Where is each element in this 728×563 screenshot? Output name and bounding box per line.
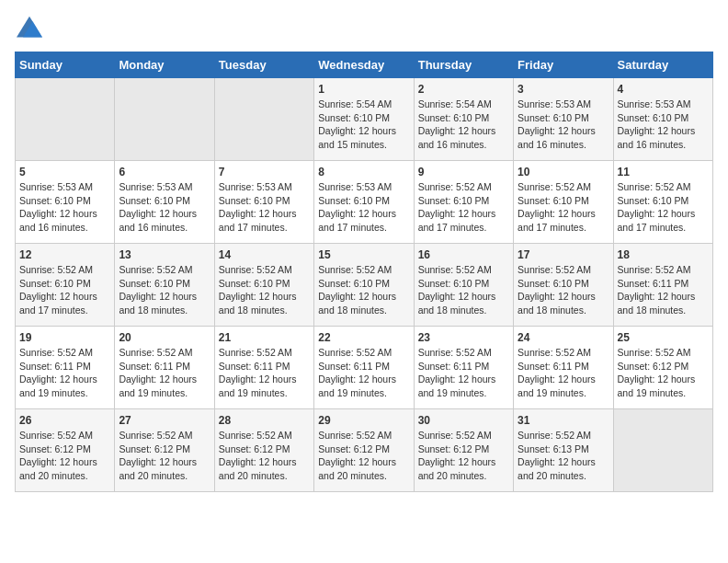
cell-content: Sunrise: 5:52 AMSunset: 6:11 PMDaylight:… (418, 347, 496, 398)
day-number: 20 (119, 331, 210, 344)
calendar-table: SundayMondayTuesdayWednesdayThursdayFrid… (15, 52, 713, 492)
calendar-cell (214, 78, 313, 161)
cell-content: Sunrise: 5:52 AMSunset: 6:11 PMDaylight:… (219, 347, 297, 398)
cell-content: Sunrise: 5:52 AMSunset: 6:10 PMDaylight:… (418, 181, 496, 233)
day-number: 7 (219, 166, 310, 178)
day-number: 6 (119, 166, 210, 178)
cell-content: Sunrise: 5:52 AMSunset: 6:12 PMDaylight:… (318, 430, 396, 481)
cell-content: Sunrise: 5:52 AMSunset: 6:11 PMDaylight:… (19, 347, 97, 398)
logo (15, 15, 48, 40)
weekday-header-sunday: Sunday (16, 52, 115, 78)
calendar-cell: 16Sunrise: 5:52 AMSunset: 6:10 PMDayligh… (414, 244, 513, 327)
weekday-header-wednesday: Wednesday (314, 52, 414, 78)
day-number: 22 (318, 331, 409, 344)
day-number: 15 (318, 248, 409, 261)
day-number: 18 (618, 248, 709, 261)
calendar-cell: 11Sunrise: 5:52 AMSunset: 6:10 PMDayligh… (613, 161, 712, 244)
cell-content: Sunrise: 5:53 AMSunset: 6:10 PMDaylight:… (219, 181, 297, 233)
cell-content: Sunrise: 5:52 AMSunset: 6:13 PMDaylight:… (518, 430, 596, 481)
calendar-cell (115, 78, 214, 161)
cell-content: Sunrise: 5:53 AMSunset: 6:10 PMDaylight:… (119, 181, 197, 233)
calendar-cell: 20Sunrise: 5:52 AMSunset: 6:11 PMDayligh… (115, 327, 214, 409)
day-number: 25 (618, 331, 709, 344)
calendar-cell (16, 78, 115, 161)
cell-content: Sunrise: 5:52 AMSunset: 6:12 PMDaylight:… (119, 430, 197, 481)
calendar-cell (613, 409, 712, 492)
day-number: 21 (219, 331, 310, 344)
calendar-cell: 10Sunrise: 5:52 AMSunset: 6:10 PMDayligh… (514, 161, 613, 244)
weekday-header-friday: Friday (514, 52, 613, 78)
weekday-header-monday: Monday (115, 52, 214, 78)
day-number: 17 (518, 248, 609, 261)
day-number: 16 (418, 248, 509, 261)
calendar-cell: 18Sunrise: 5:52 AMSunset: 6:11 PMDayligh… (613, 244, 712, 327)
day-number: 2 (418, 83, 509, 96)
calendar-cell: 1Sunrise: 5:54 AMSunset: 6:10 PMDaylight… (314, 78, 414, 161)
cell-content: Sunrise: 5:52 AMSunset: 6:11 PMDaylight:… (318, 347, 396, 398)
logo-icon (15, 15, 44, 40)
calendar-cell: 22Sunrise: 5:52 AMSunset: 6:11 PMDayligh… (314, 327, 414, 409)
day-number: 3 (518, 83, 609, 96)
day-number: 29 (318, 414, 409, 427)
cell-content: Sunrise: 5:52 AMSunset: 6:10 PMDaylight:… (418, 264, 496, 316)
calendar-cell: 30Sunrise: 5:52 AMSunset: 6:12 PMDayligh… (414, 409, 513, 492)
day-number: 10 (518, 166, 609, 178)
calendar-cell: 31Sunrise: 5:52 AMSunset: 6:13 PMDayligh… (514, 409, 613, 492)
calendar-cell: 13Sunrise: 5:52 AMSunset: 6:10 PMDayligh… (115, 244, 214, 327)
cell-content: Sunrise: 5:52 AMSunset: 6:11 PMDaylight:… (119, 347, 197, 398)
calendar-cell: 21Sunrise: 5:52 AMSunset: 6:11 PMDayligh… (214, 327, 313, 409)
calendar-cell: 6Sunrise: 5:53 AMSunset: 6:10 PMDaylight… (115, 161, 214, 244)
calendar-cell: 27Sunrise: 5:52 AMSunset: 6:12 PMDayligh… (115, 409, 214, 492)
cell-content: Sunrise: 5:52 AMSunset: 6:10 PMDaylight:… (518, 264, 596, 316)
cell-content: Sunrise: 5:54 AMSunset: 6:10 PMDaylight:… (318, 98, 396, 150)
cell-content: Sunrise: 5:52 AMSunset: 6:11 PMDaylight:… (618, 264, 696, 316)
day-number: 30 (418, 414, 509, 427)
day-number: 14 (219, 248, 310, 261)
day-number: 11 (618, 166, 709, 178)
day-number: 26 (19, 414, 110, 427)
cell-content: Sunrise: 5:52 AMSunset: 6:12 PMDaylight:… (219, 430, 297, 481)
day-number: 27 (119, 414, 210, 427)
page-header (15, 15, 713, 40)
calendar-cell: 28Sunrise: 5:52 AMSunset: 6:12 PMDayligh… (214, 409, 313, 492)
calendar-cell: 23Sunrise: 5:52 AMSunset: 6:11 PMDayligh… (414, 327, 513, 409)
calendar-cell: 26Sunrise: 5:52 AMSunset: 6:12 PMDayligh… (16, 409, 115, 492)
calendar-cell: 8Sunrise: 5:53 AMSunset: 6:10 PMDaylight… (314, 161, 414, 244)
cell-content: Sunrise: 5:54 AMSunset: 6:10 PMDaylight:… (418, 98, 496, 150)
calendar-cell: 17Sunrise: 5:52 AMSunset: 6:10 PMDayligh… (514, 244, 613, 327)
day-number: 19 (19, 331, 110, 344)
cell-content: Sunrise: 5:52 AMSunset: 6:12 PMDaylight:… (418, 430, 496, 481)
calendar-cell: 14Sunrise: 5:52 AMSunset: 6:10 PMDayligh… (214, 244, 313, 327)
cell-content: Sunrise: 5:52 AMSunset: 6:10 PMDaylight:… (19, 264, 97, 316)
cell-content: Sunrise: 5:52 AMSunset: 6:10 PMDaylight:… (518, 181, 596, 233)
cell-content: Sunrise: 5:52 AMSunset: 6:12 PMDaylight:… (618, 347, 696, 398)
cell-content: Sunrise: 5:52 AMSunset: 6:10 PMDaylight:… (618, 181, 696, 233)
calendar-cell: 24Sunrise: 5:52 AMSunset: 6:11 PMDayligh… (514, 327, 613, 409)
calendar-cell: 15Sunrise: 5:52 AMSunset: 6:10 PMDayligh… (314, 244, 414, 327)
cell-content: Sunrise: 5:53 AMSunset: 6:10 PMDaylight:… (19, 181, 97, 233)
calendar-cell: 29Sunrise: 5:52 AMSunset: 6:12 PMDayligh… (314, 409, 414, 492)
calendar-cell: 2Sunrise: 5:54 AMSunset: 6:10 PMDaylight… (414, 78, 513, 161)
cell-content: Sunrise: 5:53 AMSunset: 6:10 PMDaylight:… (518, 98, 596, 150)
day-number: 8 (318, 166, 409, 178)
day-number: 1 (318, 83, 409, 96)
cell-content: Sunrise: 5:52 AMSunset: 6:10 PMDaylight:… (119, 264, 197, 316)
calendar-cell: 3Sunrise: 5:53 AMSunset: 6:10 PMDaylight… (514, 78, 613, 161)
weekday-header-saturday: Saturday (613, 52, 712, 78)
cell-content: Sunrise: 5:53 AMSunset: 6:10 PMDaylight:… (618, 98, 696, 150)
day-number: 12 (19, 248, 110, 261)
cell-content: Sunrise: 5:52 AMSunset: 6:11 PMDaylight:… (518, 347, 596, 398)
cell-content: Sunrise: 5:52 AMSunset: 6:12 PMDaylight:… (19, 430, 97, 481)
weekday-header-thursday: Thursday (414, 52, 513, 78)
calendar-cell: 9Sunrise: 5:52 AMSunset: 6:10 PMDaylight… (414, 161, 513, 244)
day-number: 5 (19, 166, 110, 178)
day-number: 4 (618, 83, 709, 96)
day-number: 9 (418, 166, 509, 178)
calendar-cell: 7Sunrise: 5:53 AMSunset: 6:10 PMDaylight… (214, 161, 313, 244)
cell-content: Sunrise: 5:53 AMSunset: 6:10 PMDaylight:… (318, 181, 396, 233)
day-number: 13 (119, 248, 210, 261)
calendar-cell: 19Sunrise: 5:52 AMSunset: 6:11 PMDayligh… (16, 327, 115, 409)
calendar-cell: 4Sunrise: 5:53 AMSunset: 6:10 PMDaylight… (613, 78, 712, 161)
weekday-header-tuesday: Tuesday (214, 52, 313, 78)
calendar-cell: 12Sunrise: 5:52 AMSunset: 6:10 PMDayligh… (16, 244, 115, 327)
